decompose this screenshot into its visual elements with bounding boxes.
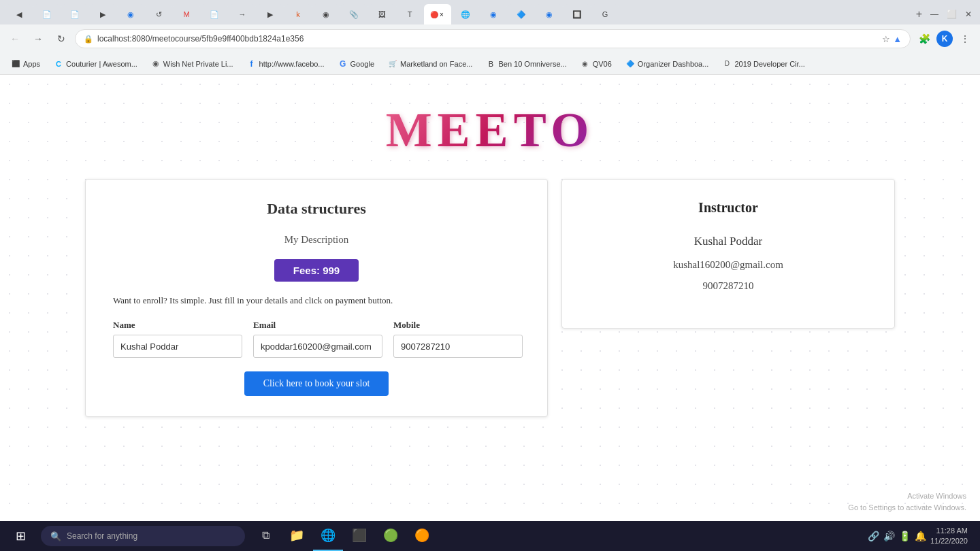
page-content: MEETO Data structures My Description Fee… [0, 75, 980, 521]
facebook-label: http://www.facebo... [259, 60, 325, 68]
tab-22[interactable]: G [591, 4, 619, 24]
more-options-btn[interactable]: ⋮ [956, 29, 975, 48]
tray-battery-icon[interactable]: 🔋 [899, 531, 911, 541]
right-card: Instructor Kushal Poddar kushal160200@gm… [561, 179, 895, 329]
ben10-label: Ben 10 Omniverse... [498, 60, 566, 68]
taskbar-task-view[interactable]: ⧉ [250, 521, 280, 551]
tab-12[interactable]: ◉ [312, 4, 340, 24]
bookmark-facebook[interactable]: f http://www.facebo... [242, 56, 330, 72]
profile-avatar[interactable]: K [936, 31, 953, 47]
address-bar-row: ← → ↻ 🔒 localhost:8080/meetocourse/5fb9e… [0, 24, 980, 53]
bookmark-developer[interactable]: D 2019 Developer Cir... [717, 56, 810, 72]
developer-label: 2019 Developer Cir... [734, 60, 804, 68]
watermark-line2: Go to Settings to activate Windows. [848, 502, 966, 514]
apps-favicon: ⬛ [11, 59, 20, 69]
start-button[interactable]: ⊞ [5, 521, 35, 551]
tab-19[interactable]: 🔷 [508, 4, 535, 24]
new-tab-btn[interactable]: + [913, 7, 925, 22]
enroll-text: Want to enroll? Its simple. Just fill in… [113, 295, 520, 306]
taskbar-app-green[interactable]: 🟢 [376, 521, 406, 551]
tab-21[interactable]: 🔲 [564, 4, 591, 24]
toolbar-right: 🧩 K ⋮ [915, 29, 975, 48]
tab-1[interactable]: ◀ [5, 4, 33, 24]
meeto-logo: MEETO [386, 102, 595, 158]
name-group: Name [113, 320, 242, 358]
developer-favicon: D [722, 59, 732, 69]
bookmark-marketland[interactable]: 🛒 Marketland on Face... [382, 56, 478, 72]
name-label: Name [113, 320, 242, 331]
bookmark-organizer[interactable]: 🔷 Organizer Dashboa... [620, 56, 715, 72]
tray-notification-icon[interactable]: 🔔 [915, 531, 926, 541]
tab-13[interactable]: 📎 [340, 4, 368, 24]
mobile-input[interactable] [393, 335, 523, 358]
bookmark-wishnet[interactable]: ◉ Wish Net Private Li... [146, 56, 239, 72]
tray-volume-icon[interactable]: 🔊 [883, 531, 895, 541]
taskbar-chrome[interactable]: 🌐 [313, 521, 343, 551]
email-input[interactable] [253, 335, 382, 358]
tab-7[interactable]: M [173, 4, 200, 24]
qv06-label: QV06 [593, 60, 612, 68]
tab-bar: ◀ 📄 📄 ▶ ◉ ↺ M 📄 → ▶ k ◉ 📎 🖼 T 🔴 × 🌐 ◉ 🔷 … [0, 0, 980, 24]
chrome-icon: 🌐 [321, 528, 336, 543]
wishnet-label: Wish Net Private Li... [163, 60, 233, 68]
tab-minimize[interactable]: — [928, 8, 941, 20]
lock-icon: 🔒 [84, 35, 93, 44]
tab-16-active[interactable]: 🔴 × [424, 4, 451, 24]
tab-9[interactable]: → [229, 4, 256, 24]
taskbar-app-orange[interactable]: 🟠 [407, 521, 437, 551]
couturier-label: Couturier | Awesom... [66, 60, 137, 68]
bookmark-ben10[interactable]: B Ben 10 Omniverse... [480, 56, 572, 72]
tab-2[interactable]: 📄 [33, 4, 61, 24]
tab-6[interactable]: ↺ [145, 4, 172, 24]
bookmark-qv06[interactable]: ◉ QV06 [575, 56, 617, 72]
name-input[interactable] [113, 335, 242, 358]
organizer-label: Organizer Dashboa... [638, 60, 709, 68]
tab-15[interactable]: T [396, 4, 423, 24]
chrome-extension-icon[interactable]: ▲ [893, 34, 902, 44]
taskbar-file-explorer[interactable]: 📁 [282, 521, 312, 551]
qv06-favicon: ◉ [581, 59, 590, 69]
bookmark-couturier[interactable]: C Couturier | Awesom... [48, 56, 143, 72]
bookmark-apps[interactable]: ⬛ Apps [5, 56, 46, 72]
back-button[interactable]: ← [5, 29, 24, 48]
form-row: Name Email Mobile [113, 320, 520, 358]
marketland-favicon: 🛒 [388, 59, 397, 69]
wishnet-favicon: ◉ [151, 59, 161, 69]
orange-app-icon: 🟠 [414, 528, 429, 543]
taskbar: ⊞ 🔍 Search for anything ⧉ 📁 🌐 ⬛ 🟢 🟠 [0, 521, 980, 551]
tray-network-icon[interactable]: 🔗 [868, 531, 879, 541]
tab-3[interactable]: 📄 [61, 4, 88, 24]
book-slot-button[interactable]: Click here to book your slot [244, 371, 389, 396]
bookmark-google[interactable]: G Google [333, 56, 380, 72]
browser-frame: ◀ 📄 📄 ▶ ◉ ↺ M 📄 → ▶ k ◉ 📎 🖼 T 🔴 × 🌐 ◉ 🔷 … [0, 0, 980, 551]
bookmark-star-icon[interactable]: ☆ [882, 34, 890, 44]
tab-4[interactable]: ▶ [89, 4, 116, 24]
tab-maximize[interactable]: ⬜ [944, 8, 960, 20]
tab-10[interactable]: ▶ [257, 4, 284, 24]
taskbar-search-box[interactable]: 🔍 Search for anything [41, 526, 245, 546]
tab-20[interactable]: ◉ [536, 4, 563, 24]
tab-14[interactable]: 🖼 [368, 4, 395, 24]
file-explorer-icon: 📁 [289, 528, 304, 543]
tab-controls: + — ⬜ ✕ [913, 7, 975, 24]
tab-close[interactable]: ✕ [962, 8, 975, 20]
tab-5[interactable]: ◉ [117, 4, 144, 24]
windows-watermark: Activate Windows Go to Settings to activ… [848, 490, 966, 513]
ben10-favicon: B [486, 59, 495, 69]
google-label: Google [350, 60, 374, 68]
extensions-btn[interactable]: 🧩 [915, 29, 934, 48]
tab-8[interactable]: 📄 [201, 4, 228, 24]
instructor-name: Kushal Poddar [583, 235, 874, 248]
tab-11[interactable]: k [284, 4, 312, 24]
forward-button[interactable]: → [29, 29, 48, 48]
taskbar-terminal[interactable]: ⬛ [344, 521, 374, 551]
tab-17[interactable]: 🌐 [452, 4, 479, 24]
mobile-label: Mobile [393, 320, 523, 331]
course-description: My Description [113, 234, 520, 246]
couturier-favicon: C [54, 59, 63, 69]
left-card: Data structures My Description Fees: 999… [85, 179, 548, 417]
tab-18[interactable]: ◉ [480, 4, 507, 24]
page-inner: MEETO Data structures My Description Fee… [0, 75, 980, 521]
address-bar[interactable]: 🔒 localhost:8080/meetocourse/5fb9e9ff400… [75, 29, 911, 48]
reload-button[interactable]: ↻ [52, 29, 71, 48]
